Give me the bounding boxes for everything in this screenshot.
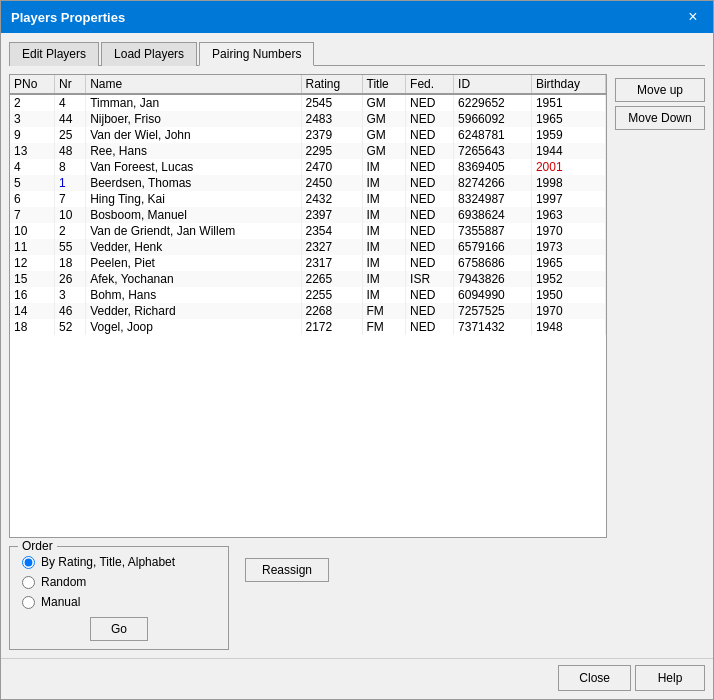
- cell-birthday: 1951: [531, 94, 605, 111]
- cell-title: IM: [362, 223, 406, 239]
- col-id[interactable]: ID: [454, 75, 532, 94]
- cell-id: 7943826: [454, 271, 532, 287]
- cell-fed: NED: [406, 175, 454, 191]
- cell-nr: 55: [54, 239, 85, 255]
- cell-pno: 11: [10, 239, 54, 255]
- go-button[interactable]: Go: [90, 617, 148, 641]
- cell-id: 6938624: [454, 207, 532, 223]
- col-fed[interactable]: Fed.: [406, 75, 454, 94]
- table-row[interactable]: 1852Vogel, Joop2172FMNED73714321948: [10, 319, 606, 335]
- cell-birthday: 1998: [531, 175, 605, 191]
- col-name[interactable]: Name: [86, 75, 301, 94]
- table-row[interactable]: 1446Vedder, Richard2268FMNED72575251970: [10, 303, 606, 319]
- cell-id: 8324987: [454, 191, 532, 207]
- cell-title: IM: [362, 287, 406, 303]
- cell-fed: NED: [406, 94, 454, 111]
- cell-title: GM: [362, 111, 406, 127]
- cell-birthday: 1959: [531, 127, 605, 143]
- table-row[interactable]: 67Hing Ting, Kai2432IMNED83249871997: [10, 191, 606, 207]
- table-row[interactable]: 51Beerdsen, Thomas2450IMNED82742661998: [10, 175, 606, 191]
- table-row[interactable]: 1218Peelen, Piet2317IMNED67586861965: [10, 255, 606, 271]
- radio-manual[interactable]: [22, 596, 35, 609]
- tab-load-players[interactable]: Load Players: [101, 42, 197, 66]
- close-button[interactable]: Close: [558, 665, 631, 691]
- tab-pairing-numbers[interactable]: Pairing Numbers: [199, 42, 314, 66]
- cell-title: IM: [362, 191, 406, 207]
- cell-rating: 2354: [301, 223, 362, 239]
- cell-id: 6248781: [454, 127, 532, 143]
- table-row[interactable]: 710Bosboom, Manuel2397IMNED69386241963: [10, 207, 606, 223]
- cell-id: 8369405: [454, 159, 532, 175]
- reassign-button[interactable]: Reassign: [245, 558, 329, 582]
- table-row[interactable]: 1155Vedder, Henk2327IMNED65791661973: [10, 239, 606, 255]
- table-scroll[interactable]: PNo Nr Name Rating Title Fed. ID Birthda…: [10, 75, 606, 537]
- close-icon[interactable]: ×: [683, 7, 703, 27]
- cell-birthday: 1973: [531, 239, 605, 255]
- table-row[interactable]: 24Timman, Jan2545GMNED62296521951: [10, 94, 606, 111]
- cell-pno: 7: [10, 207, 54, 223]
- cell-nr: 44: [54, 111, 85, 127]
- cell-birthday: 1965: [531, 111, 605, 127]
- tab-bar: Edit Players Load Players Pairing Number…: [9, 41, 705, 66]
- cell-title: IM: [362, 175, 406, 191]
- players-properties-window: Players Properties × Edit Players Load P…: [0, 0, 714, 700]
- cell-nr: 3: [54, 287, 85, 303]
- table-row[interactable]: 48Van Foreest, Lucas2470IMNED83694052001: [10, 159, 606, 175]
- cell-rating: 2470: [301, 159, 362, 175]
- order-group: Order By Rating, Title, Alphabet Random …: [9, 546, 229, 650]
- cell-pno: 4: [10, 159, 54, 175]
- table-row[interactable]: 163Bohm, Hans2255IMNED60949901950: [10, 287, 606, 303]
- radio-by-rating[interactable]: [22, 556, 35, 569]
- cell-name: Nijboer, Friso: [86, 111, 301, 127]
- cell-pno: 13: [10, 143, 54, 159]
- cell-pno: 16: [10, 287, 54, 303]
- col-birthday[interactable]: Birthday: [531, 75, 605, 94]
- cell-name: Beerdsen, Thomas: [86, 175, 301, 191]
- cell-birthday: 2001: [531, 159, 605, 175]
- cell-nr: 26: [54, 271, 85, 287]
- radio-manual-label[interactable]: Manual: [41, 595, 80, 609]
- table-row[interactable]: 102Van de Griendt, Jan Willem2354IMNED73…: [10, 223, 606, 239]
- cell-birthday: 1950: [531, 287, 605, 303]
- help-button[interactable]: Help: [635, 665, 705, 691]
- cell-rating: 2397: [301, 207, 362, 223]
- bottom-section: Order By Rating, Title, Alphabet Random …: [9, 546, 705, 650]
- radio-random[interactable]: [22, 576, 35, 589]
- cell-name: Bosboom, Manuel: [86, 207, 301, 223]
- cell-nr: 48: [54, 143, 85, 159]
- cell-fed: NED: [406, 239, 454, 255]
- table-row[interactable]: 1526Afek, Yochanan2265IMISR79438261952: [10, 271, 606, 287]
- tab-edit-players[interactable]: Edit Players: [9, 42, 99, 66]
- cell-name: Peelen, Piet: [86, 255, 301, 271]
- cell-name: Van der Wiel, John: [86, 127, 301, 143]
- main-area: PNo Nr Name Rating Title Fed. ID Birthda…: [9, 74, 705, 538]
- cell-name: Vogel, Joop: [86, 319, 301, 335]
- table-header-row: PNo Nr Name Rating Title Fed. ID Birthda…: [10, 75, 606, 94]
- col-pno[interactable]: PNo: [10, 75, 54, 94]
- cell-birthday: 1970: [531, 303, 605, 319]
- players-table-container: PNo Nr Name Rating Title Fed. ID Birthda…: [9, 74, 607, 538]
- cell-rating: 2295: [301, 143, 362, 159]
- col-title[interactable]: Title: [362, 75, 406, 94]
- cell-fed: NED: [406, 255, 454, 271]
- radio-random-row: Random: [22, 575, 216, 589]
- table-row[interactable]: 1348Ree, Hans2295GMNED72656431944: [10, 143, 606, 159]
- radio-by-rating-label[interactable]: By Rating, Title, Alphabet: [41, 555, 175, 569]
- cell-nr: 52: [54, 319, 85, 335]
- radio-by-rating-row: By Rating, Title, Alphabet: [22, 555, 216, 569]
- radio-random-label[interactable]: Random: [41, 575, 86, 589]
- cell-birthday: 1965: [531, 255, 605, 271]
- move-down-button[interactable]: Move Down: [615, 106, 705, 130]
- table-row[interactable]: 925Van der Wiel, John2379GMNED6248781195…: [10, 127, 606, 143]
- cell-id: 7355887: [454, 223, 532, 239]
- move-up-button[interactable]: Move up: [615, 78, 705, 102]
- cell-pno: 18: [10, 319, 54, 335]
- cell-birthday: 1952: [531, 271, 605, 287]
- window-title: Players Properties: [11, 10, 125, 25]
- col-rating[interactable]: Rating: [301, 75, 362, 94]
- cell-title: GM: [362, 143, 406, 159]
- col-nr[interactable]: Nr: [54, 75, 85, 94]
- table-row[interactable]: 344Nijboer, Friso2483GMNED59660921965: [10, 111, 606, 127]
- cell-pno: 5: [10, 175, 54, 191]
- cell-fed: NED: [406, 319, 454, 335]
